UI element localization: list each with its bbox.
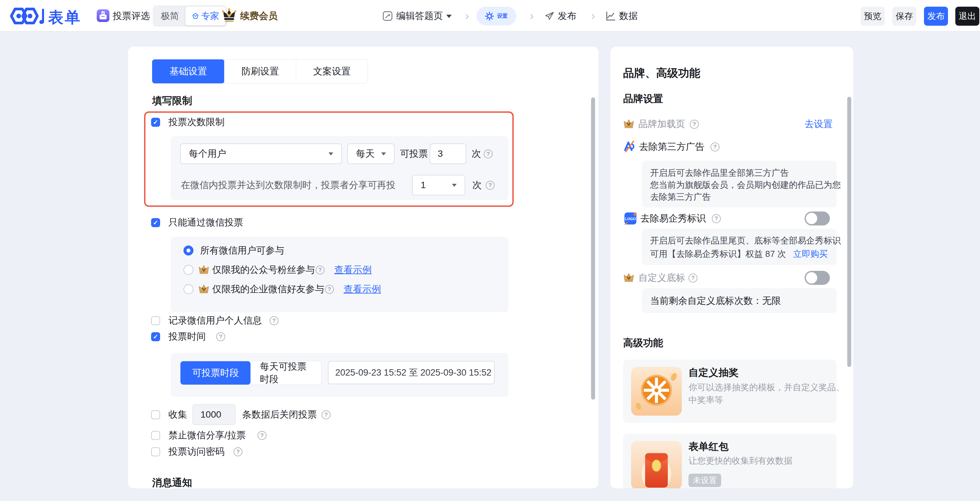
vote-unit-label: 次 xyxy=(472,147,481,161)
mode-expert[interactable]: 专家 xyxy=(185,7,226,25)
lottery-title: 自定义抽奖 xyxy=(689,366,738,380)
official-fans-help-icon[interactable]: ? xyxy=(315,266,325,275)
buy-now-link[interactable]: 立即购买 xyxy=(793,249,828,259)
step-separator: › xyxy=(530,7,534,25)
share-revote-label: 在微信内投票并达到次数限制时，投票者分享可再投 xyxy=(181,178,396,192)
custom-footer-toggle[interactable] xyxy=(805,271,830,285)
collect-label: 收集 xyxy=(169,408,187,421)
password-label: 投票访问密码 xyxy=(169,445,224,458)
record-info-label: 记录微信用户个人信息 xyxy=(169,314,262,327)
record-info-checkbox[interactable] xyxy=(151,316,160,325)
renew-member-button[interactable]: 续费会员 xyxy=(240,9,277,23)
tab-copy-settings[interactable]: 文案设置 xyxy=(296,60,368,83)
collect-limit-checkbox[interactable] xyxy=(151,410,160,419)
record-info-help-icon[interactable]: ? xyxy=(269,316,278,325)
logo-divider xyxy=(42,9,44,23)
date-range-input[interactable]: 2025-09-23 15:52 至 2025-09-30 15:52 xyxy=(328,361,495,384)
wechat-only-checkbox[interactable]: ✓ xyxy=(151,218,160,227)
check-icon: ✓ xyxy=(153,119,158,126)
redpacket-desc: 让您更快的收集到有效数据 xyxy=(689,454,792,467)
vote-time-segments: 可投票时段 每天可投票时段 xyxy=(180,361,321,385)
caret-down-icon xyxy=(452,184,457,189)
exit-button[interactable]: 退出 xyxy=(955,7,979,26)
custom-footer-help-icon[interactable]: ? xyxy=(689,274,697,283)
segment-daily-period[interactable]: 每天可投票时段 xyxy=(250,361,321,385)
caret-down-icon xyxy=(381,153,386,158)
publish-button[interactable]: 发布 xyxy=(924,7,948,26)
main-scrollbar-thumb[interactable] xyxy=(591,97,595,399)
remove-logo-help-icon[interactable]: ? xyxy=(712,214,721,223)
remove-ads-help-icon[interactable]: ? xyxy=(711,142,719,151)
step-data-label: 数据 xyxy=(619,10,638,22)
vote-count-help-icon[interactable]: ? xyxy=(484,150,493,158)
radio-official-fans[interactable] xyxy=(183,265,194,275)
remove-ads-info-line: 开启后可去除作品里全部第三方广告 xyxy=(650,167,789,179)
official-fans-example-link[interactable]: 查看示例 xyxy=(334,263,372,277)
save-button[interactable]: 保存 xyxy=(892,7,916,26)
share-help-icon[interactable]: ? xyxy=(486,181,495,190)
tab-anti-cheat-settings[interactable]: 防刷设置 xyxy=(224,60,296,83)
sidebar-title: 品牌、高级功能 xyxy=(623,65,700,81)
step-edit-page[interactable]: 编辑答题页 xyxy=(382,7,452,25)
password-checkbox[interactable] xyxy=(151,447,160,456)
vote-limit-checkbox[interactable]: ✓ xyxy=(151,118,160,127)
vote-count-input[interactable]: 3 xyxy=(430,143,466,164)
svg-text:LOGO: LOGO xyxy=(625,217,636,221)
vote-ballot-icon xyxy=(97,10,110,22)
scope-select-value: 每个用户 xyxy=(189,148,329,160)
step-settings-label: 设置 xyxy=(497,13,508,20)
radio-official-fans-label: 仅限我的公众号粉丝参与 xyxy=(212,263,315,277)
sidebar-card: 品牌、高级功能 品牌设置 品牌加载页 ? 去设置 去除第三方广告 ? 开启后可去… xyxy=(611,47,853,488)
advanced-heading: 高级功能 xyxy=(623,336,663,350)
brand-page-setup-link[interactable]: 去设置 xyxy=(805,118,832,131)
mode-toggle: 极简 专家 xyxy=(153,5,227,27)
remove-logo-toggle[interactable] xyxy=(805,212,830,226)
section-notify: 消息通知 xyxy=(152,476,192,490)
scope-select[interactable]: 每个用户 xyxy=(180,143,342,164)
remove-logo-icon: LOGO xyxy=(624,212,637,225)
lottery-desc-line1: 你可以选择抽奖的模板，并自定义奖品、 xyxy=(689,381,845,394)
period-select-value: 每天 xyxy=(356,148,381,160)
step-data[interactable]: 数据 xyxy=(606,7,638,25)
tab-basic-settings[interactable]: 基础设置 xyxy=(152,59,224,83)
redpacket-status-badge: 未设置 xyxy=(689,474,721,487)
radio-all-users[interactable] xyxy=(183,245,194,256)
collect-help-icon[interactable]: ? xyxy=(321,410,331,419)
remove-ads-info-box: 开启后可去除作品里全部第三方广告 您当前为旗舰版会员，会员期内创建的作品已为您 … xyxy=(642,161,837,207)
preview-button[interactable]: 预览 xyxy=(861,7,885,26)
step-edit-label: 编辑答题页 xyxy=(396,10,443,22)
forbid-share-checkbox[interactable] xyxy=(151,431,160,440)
period-select[interactable]: 每天 xyxy=(347,143,395,164)
forbid-share-help-icon[interactable]: ? xyxy=(258,431,267,440)
custom-footer-remaining: 当前剩余自定义底标次数：无限 xyxy=(650,295,781,307)
vote-time-help-icon[interactable]: ? xyxy=(216,332,225,341)
caret-down-icon xyxy=(329,153,333,158)
vote-time-checkbox[interactable]: ✓ xyxy=(151,332,160,341)
crown-icon xyxy=(221,8,237,23)
remove-ads-icon xyxy=(622,140,636,153)
collect-count-input[interactable]: 1000 xyxy=(192,404,235,425)
sidebar-scrollbar-thumb[interactable] xyxy=(847,97,851,367)
mode-simple[interactable]: 极简 xyxy=(154,7,185,25)
brand-page-help-icon[interactable]: ? xyxy=(690,120,699,129)
password-help-icon[interactable]: ? xyxy=(234,447,242,456)
collect-suffix-label: 条数据后关闭投票 xyxy=(242,408,317,421)
segment-votable-period[interactable]: 可投票时段 xyxy=(180,361,250,385)
custom-footer-info-box: 当前剩余自定义底标次数：无限 xyxy=(642,288,837,313)
radio-enterprise-friends-label: 仅限我的企业微信好友参与 xyxy=(212,283,324,296)
step-publish[interactable]: 发布 xyxy=(544,7,576,25)
vote-time-label: 投票时间 xyxy=(169,330,206,343)
product-tab-vote[interactable]: 投票评选 xyxy=(113,10,150,23)
enterprise-friends-help-icon[interactable]: ? xyxy=(325,285,334,294)
enterprise-friends-example-link[interactable]: 查看示例 xyxy=(344,283,381,296)
vote-limit-label: 投票次数限制 xyxy=(169,115,224,129)
crown-gold-icon xyxy=(623,118,635,129)
remove-logo-label: 去除易企秀标识 xyxy=(640,212,706,225)
share-count-select[interactable]: 1 xyxy=(412,175,465,196)
remove-logo-info-line2: 可用【去除易企秀标识】权益 87 次 立即购买 xyxy=(650,247,828,261)
remove-logo-quota-text: 可用【去除易企秀标识】权益 87 次 xyxy=(650,249,786,259)
remove-ads-label: 去除第三方广告 xyxy=(639,140,705,153)
radio-enterprise-friends[interactable] xyxy=(183,284,194,294)
step-settings[interactable]: 设置 xyxy=(476,7,516,25)
check-icon: ✓ xyxy=(153,334,158,340)
